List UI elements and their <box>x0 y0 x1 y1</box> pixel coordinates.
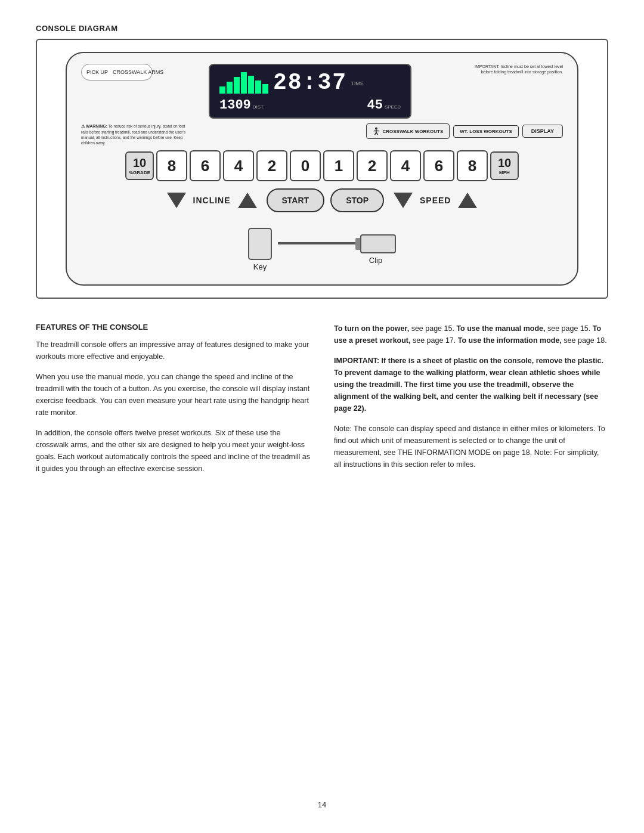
display-top: 28:37 TIME <box>219 70 401 95</box>
warning-text: ⚠ WARNING: To reduce risk of serious inj… <box>81 123 188 145</box>
time-area: 28:37 TIME <box>273 70 364 95</box>
console-face: PICK UP CROSSWALK ARMS <box>66 52 578 286</box>
num-btn-6a[interactable]: 6 <box>190 150 221 181</box>
warning-title: ⚠ WARNING: <box>81 124 107 128</box>
speed-group: SPEED <box>390 187 481 213</box>
features-para1: The treadmill console offers an impressi… <box>36 339 310 363</box>
svg-point-5 <box>375 128 377 130</box>
crosswalk-workouts-button[interactable]: CROSSWALK WORKOUTS <box>366 123 450 139</box>
num-btn-8a[interactable]: 8 <box>156 150 187 181</box>
wt-loss-workouts-button[interactable]: WT. LOSS WORKOUTS <box>453 125 519 138</box>
connector-area <box>278 242 355 258</box>
page: CONSOLE DIAGRAM PICK UP CROSSWALK ARMS <box>0 0 644 833</box>
right-para3: Note: The console can display speed and … <box>334 423 608 470</box>
features-para2: When you use the manual mode, you can ch… <box>36 371 310 419</box>
control-row: INCLINE START STOP SPEED <box>81 187 563 213</box>
num-btn-2b[interactable]: 2 <box>357 150 388 181</box>
page-number: 14 <box>36 788 608 809</box>
clip-area: Clip <box>355 234 396 265</box>
key-clip-area: Key Clip <box>81 228 563 271</box>
right-para2: IMPORTANT: If there is a sheet of plasti… <box>334 355 608 414</box>
pickup-up-text: PICK UP <box>86 69 108 75</box>
console-top-row: PICK UP CROSSWALK ARMS <box>81 64 563 119</box>
speed-display: 45 SPEED <box>367 98 401 113</box>
num-btn-1[interactable]: 1 <box>323 150 354 181</box>
stop-button[interactable]: STOP <box>330 188 384 212</box>
speed-value: 45 <box>367 98 382 113</box>
clip-connector <box>355 234 396 253</box>
svg-line-9 <box>376 132 378 135</box>
start-label: START <box>282 196 309 205</box>
important-bold: IMPORTANT: If there is a sheet of plasti… <box>334 357 603 413</box>
stop-label: STOP <box>346 196 369 205</box>
crosswalk-btn-icon <box>373 127 380 135</box>
dist-display: 1309 DIST. <box>219 98 264 113</box>
clip-shape <box>360 234 396 253</box>
grade-label: %GRADE <box>129 170 150 175</box>
bar-5 <box>248 76 254 94</box>
bar-1 <box>219 86 225 94</box>
num-btn-0[interactable]: 0 <box>290 150 321 181</box>
console-diagram-box: PICK UP CROSSWALK ARMS <box>36 39 608 299</box>
key-label: Key <box>253 262 267 271</box>
right-para1: To turn on the power, see page 15. To us… <box>334 323 608 346</box>
triangle-down-icon <box>167 193 186 208</box>
content-area: FEATURES OF THE CONSOLE The treadmill co… <box>36 323 608 483</box>
key-area: Key <box>248 228 272 271</box>
bar-6 <box>255 80 261 94</box>
num-btn-6b[interactable]: 6 <box>423 150 454 181</box>
crosswalk-arms-text: CROSSWALK ARMS <box>113 69 163 75</box>
bar-3 <box>234 77 240 94</box>
warning-row: ⚠ WARNING: To reduce risk of serious inj… <box>81 123 563 145</box>
dist-value: 1309 <box>219 98 251 113</box>
num-btn-4b[interactable]: 4 <box>390 150 421 181</box>
wt-loss-label: WT. LOSS WORKOUTS <box>460 129 512 134</box>
display-button[interactable]: DISPLAY <box>522 125 563 138</box>
main-display: 28:37 TIME 1309 DIST. 45 SPEED <box>209 64 411 119</box>
bar-2 <box>227 82 233 94</box>
clip-label: Clip <box>369 256 382 265</box>
speed-up-button[interactable] <box>454 187 481 213</box>
num-btn-8b[interactable]: 8 <box>457 150 488 181</box>
key-shape <box>248 228 272 260</box>
bar-7 <box>262 84 268 94</box>
section-title: CONSOLE DIAGRAM <box>36 24 608 33</box>
turn-on-bold: To turn on the power, <box>334 324 409 333</box>
grade-number: 10 <box>133 156 146 170</box>
triangle-up-icon <box>238 193 257 208</box>
num-btn-4a[interactable]: 4 <box>223 150 254 181</box>
bar-graph <box>219 72 268 94</box>
dist-label: DIST. <box>253 104 265 110</box>
bar-4 <box>241 72 247 94</box>
display-bottom: 1309 DIST. 45 SPEED <box>219 98 401 113</box>
speed-up-icon <box>458 193 477 208</box>
incline-group: INCLINE <box>163 187 261 213</box>
right-column: To turn on the power, see page 15. To us… <box>334 323 608 483</box>
connector-line <box>278 242 355 244</box>
incline-down-button[interactable] <box>163 187 190 213</box>
manual-mode-bold: To use the manual mode, <box>456 324 545 333</box>
pickup-arms-label: PICK UP CROSSWALK ARMS <box>81 64 153 80</box>
speed-label-text: SPEED <box>420 196 451 205</box>
num-btn-2a[interactable]: 2 <box>256 150 287 181</box>
mph-label-box: 10 MPH <box>490 151 519 180</box>
mph-label: MPH <box>499 170 510 175</box>
connector-left <box>355 238 360 250</box>
left-column: FEATURES OF THE CONSOLE The treadmill co… <box>36 323 310 483</box>
incline-up-button[interactable] <box>234 187 261 213</box>
number-buttons-row: 10 %GRADE 8 6 4 2 0 1 2 4 6 8 10 MPH <box>81 150 563 181</box>
grade-label-box: 10 %GRADE <box>125 151 154 180</box>
start-button[interactable]: START <box>267 188 325 212</box>
speed-down-icon <box>394 193 413 208</box>
workout-buttons-row: CROSSWALK WORKOUTS WT. LOSS WORKOUTS DIS… <box>366 123 563 139</box>
info-mode-bold: To use the information mode, <box>458 336 562 345</box>
mph-number: 10 <box>498 156 511 170</box>
speed-down-button[interactable] <box>390 187 416 213</box>
time-label: TIME <box>351 80 364 86</box>
features-para3: In addition, the console offers twelve p… <box>36 427 310 475</box>
time-value: 28:37 <box>273 70 347 95</box>
display-label: DISPLAY <box>531 128 554 134</box>
incline-label: INCLINE <box>193 196 231 205</box>
speed-label: SPEED <box>385 104 401 110</box>
features-title: FEATURES OF THE CONSOLE <box>36 323 310 332</box>
